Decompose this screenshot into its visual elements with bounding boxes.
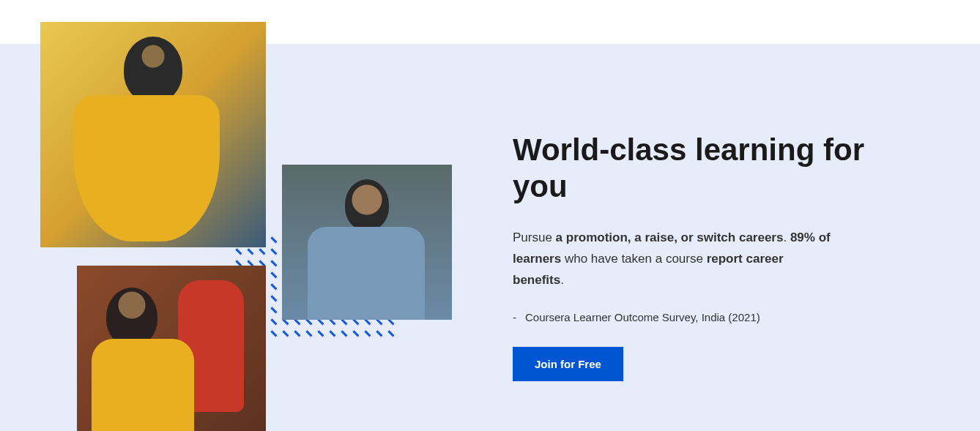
body-text-bold: a promotion, a raise, or switch careers: [556, 231, 784, 244]
body-text-part: .: [560, 273, 564, 287]
image-collage: [40, 22, 465, 431]
body-text-part: .: [783, 231, 790, 244]
hero-citation: -Coursera Learner Outcome Survey, India …: [513, 311, 916, 323]
citation-dash: -: [513, 311, 516, 323]
body-text-part: Pursue: [513, 231, 556, 244]
hero-body-text: Pursue a promotion, a raise, or switch c…: [513, 228, 835, 291]
join-for-free-button[interactable]: Join for Free: [513, 347, 623, 381]
body-text-part: who have taken a course: [561, 252, 706, 266]
hero-content: World-class learning for you Pursue a pr…: [513, 132, 916, 381]
collage-image-collaboration: [77, 266, 266, 431]
hero-heading: World-class learning for you: [513, 132, 916, 206]
hero-container: World-class learning for you Pursue a pr…: [0, 0, 980, 431]
collage-image-man-phone: [282, 165, 452, 320]
citation-text: Coursera Learner Outcome Survey, India (…: [525, 311, 760, 323]
collage-image-studying-woman: [40, 22, 266, 247]
